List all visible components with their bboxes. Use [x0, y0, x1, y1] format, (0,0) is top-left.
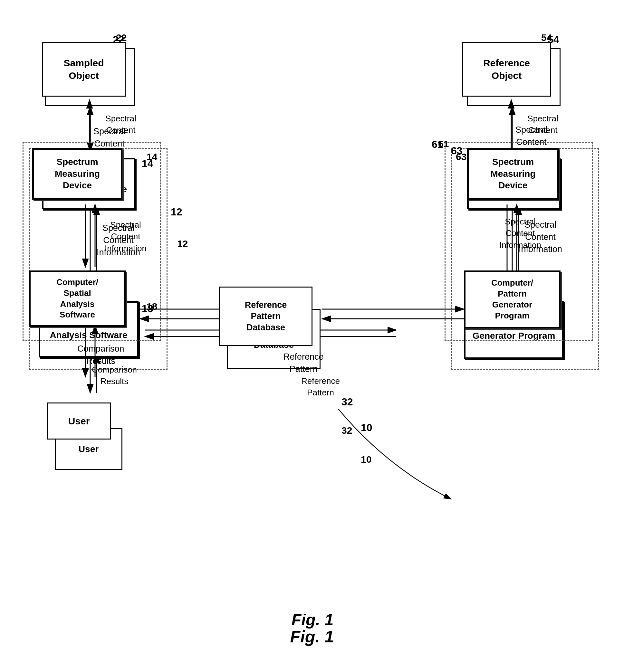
reference-pattern-db: ReferencePatternDatabase: [219, 287, 312, 346]
ref-32: 32: [341, 425, 352, 436]
spectrum-measuring-right: SpectrumMeasuringDevice: [467, 148, 559, 199]
reference-pattern-label: Reference Pattern: [290, 375, 351, 399]
ref-12-num: 12: [171, 206, 182, 218]
spectrum-measuring-left: SpectrumMeasuringDevice: [32, 148, 123, 199]
comparison-results-label: Comparison Results: [82, 364, 147, 387]
ref-61-num: 61: [432, 138, 443, 151]
ref-10: 10: [361, 454, 371, 465]
user-box: User: [47, 403, 111, 439]
reference-pattern-label-text: ReferencePattern: [284, 351, 324, 375]
computer-spatial: Computer/SpatialAnalysisSoftware: [29, 270, 126, 327]
ref-32-num: 32: [341, 396, 353, 408]
computer-pattern-generator: Computer/PatternGeneratorProgram: [464, 270, 561, 328]
sampled-object-box: SampledObject: [42, 42, 126, 97]
figure-caption: Fig. 1: [290, 627, 334, 646]
reference-object-box: ReferenceObject: [462, 42, 551, 97]
ref-12: 12: [177, 238, 188, 249]
comparison-results: ComparisonResults: [77, 343, 124, 368]
ref-10-num: 10: [361, 422, 372, 434]
